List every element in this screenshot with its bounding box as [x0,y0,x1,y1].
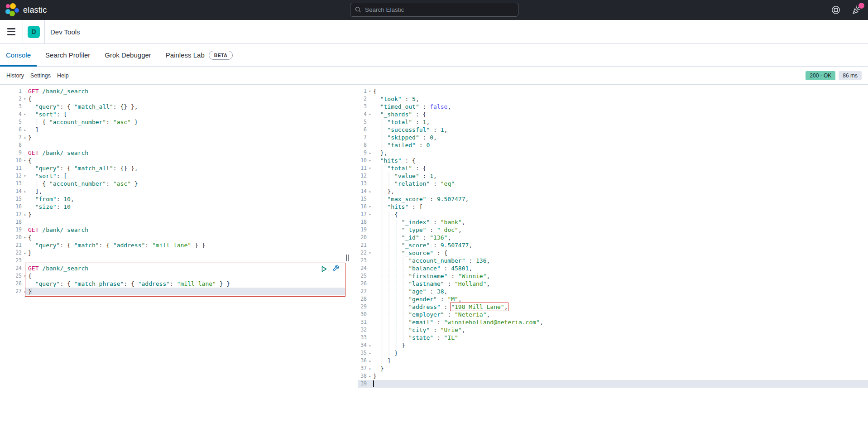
code-line[interactable]: 20 │ │ │ "_id" : "136", [358,234,868,241]
help-icon[interactable] [831,5,841,15]
history-menu[interactable]: History [3,72,27,79]
code-line[interactable]: 32 │ │ │ │ "city" : "Urie", [358,326,868,334]
search-input[interactable] [365,6,513,13]
code-line[interactable]: 20▾{ [0,234,348,241]
help-menu[interactable]: Help [54,72,72,79]
fold-arrow-icon[interactable]: ▴ [22,211,28,218]
code-line[interactable]: 2▾{ [0,95,348,103]
code-line[interactable]: 26 "query": { "match_phrase": { "address… [0,280,348,288]
fold-arrow-icon[interactable]: ▾ [367,211,373,218]
response-output-panel[interactable]: 1▾{2 "took" : 5,3 "timed_out" : false,4▾… [358,85,868,423]
code-line[interactable]: 24GET /bank/_search [0,264,348,272]
request-editor-panel[interactable]: 1GET /bank/_search2▾{3 "query": { "match… [0,85,348,423]
code-line[interactable]: 39 [358,380,868,388]
fold-arrow-icon[interactable]: ▴ [367,187,373,195]
code-line[interactable]: 15 │ "max_score" : 9.507477, [358,195,868,203]
code-line[interactable]: 14▴ ], [0,187,348,195]
code-line[interactable]: 12▾ "sort": [ [0,172,348,180]
fold-arrow-icon[interactable]: ▾ [367,157,373,164]
code-line[interactable]: 11 "query": { "match_all": {} }, [0,164,348,172]
code-line[interactable]: 3 "query": { "match_all": {} }, [0,103,348,111]
tab-painless-lab[interactable]: Painless Lab BETA [160,44,239,66]
code-line[interactable]: 2 "took" : 5, [358,95,868,103]
elastic-brand[interactable]: elastic [5,0,47,20]
code-line[interactable]: 7 │ "skipped" : 0, [358,134,868,141]
code-line[interactable]: 11▾ │ "total" : { [358,164,868,172]
fold-arrow-icon[interactable]: ▾ [367,111,373,118]
code-line[interactable]: 30 │ │ │ │ "employer" : "Neteria", [358,311,868,318]
fold-arrow-icon[interactable]: ▴ [22,249,28,257]
fold-arrow-icon[interactable]: ▴ [367,349,373,357]
code-line[interactable]: 18 │ │ │ "_index" : "bank", [358,218,868,226]
code-line[interactable]: 28 │ │ │ │ "gender" : "M", [358,295,868,303]
code-line[interactable]: 4▾ "sort": [ [0,111,348,118]
code-line[interactable]: 33 │ │ │ │ "state" : "IL" [358,334,868,341]
fold-arrow-icon[interactable]: ▴ [367,357,373,365]
code-line[interactable]: 25 │ │ │ │ "firstname" : "Winnie", [358,272,868,280]
code-line[interactable]: 10▾{ [0,157,348,164]
code-line[interactable]: 23 [0,257,348,264]
code-line[interactable]: 9▴ }, [358,149,868,157]
code-line[interactable]: 23 │ │ │ │ "account_number" : 136, [358,257,868,264]
code-line[interactable]: 17▾ │ │ { [358,211,868,218]
code-line[interactable]: 8 │ "failed" : 0 [358,141,868,149]
code-line[interactable]: 6 │ "successful" : 1, [358,126,868,134]
fold-arrow-icon[interactable]: ▴ [22,288,28,295]
code-line[interactable]: 19GET /bank/_search [0,226,348,234]
code-line[interactable]: 35▴ │ │ } [358,349,868,357]
fold-arrow-icon[interactable]: ▾ [22,157,28,164]
code-line[interactable]: 27 │ │ │ │ "age" : 38, [358,288,868,295]
code-line[interactable]: 5 │ { "account_number": "asc" } [0,118,348,126]
code-line[interactable]: 22▴} [0,249,348,257]
fold-arrow-icon[interactable]: ▾ [22,111,28,118]
fold-arrow-icon[interactable]: ▾ [22,95,28,103]
code-line[interactable]: 21 "query": { "match": { "address": "mil… [0,241,348,249]
fold-arrow-icon[interactable]: ▾ [22,272,28,280]
code-line[interactable]: 3 "timed_out" : false, [358,103,868,111]
code-line[interactable]: 4▾ "_shards" : { [358,111,868,118]
code-line[interactable]: 37▴ } [358,365,868,372]
fold-arrow-icon[interactable]: ▾ [22,234,28,241]
global-search[interactable] [350,3,518,17]
code-line[interactable]: 24 │ │ │ │ "balance" : 45801, [358,264,868,272]
code-line[interactable]: 38▴} [358,372,868,380]
code-line[interactable]: 10▾ "hits" : { [358,157,868,164]
code-line[interactable]: 17▴} [0,211,348,218]
announcements-icon[interactable] [852,5,862,15]
fold-arrow-icon[interactable]: ▾ [22,172,28,180]
code-line[interactable]: 34▴ │ │ │ } [358,341,868,349]
code-line[interactable]: 5 │ "total" : 1, [358,118,868,126]
code-line[interactable]: 19 │ │ │ "_type" : "_doc", [358,226,868,234]
tab-search-profiler[interactable]: Search Profiler [39,44,96,66]
fold-arrow-icon[interactable]: ▴ [22,187,28,195]
panel-resize-handle[interactable] [345,255,350,262]
fold-arrow-icon[interactable]: ▴ [367,341,373,349]
fold-arrow-icon[interactable]: ▾ [367,203,373,211]
settings-menu[interactable]: Settings [27,72,54,79]
fold-arrow-icon[interactable]: ▴ [22,126,28,134]
code-line[interactable]: 13 │ │ "relation" : "eq" [358,180,868,187]
fold-arrow-icon[interactable]: ▴ [367,365,373,372]
fold-arrow-icon[interactable]: ▾ [367,249,373,257]
code-line[interactable]: 7▴} [0,134,348,141]
code-line[interactable]: 13 │ { "account_number": "asc" } [0,180,348,187]
code-line[interactable]: 12 │ │ "value" : 1, [358,172,868,180]
fold-arrow-icon[interactable]: ▾ [367,164,373,172]
code-line[interactable]: 36▴ │ ] [358,357,868,365]
fold-arrow-icon[interactable]: ▴ [367,372,373,380]
fold-arrow-icon[interactable]: ▾ [367,87,373,95]
code-line[interactable]: 31 │ │ │ │ "email" : "winnieholland@nete… [358,318,868,326]
code-line[interactable]: 21 │ │ │ "_score" : 9.507477, [358,241,868,249]
tab-console[interactable]: Console [0,44,37,66]
code-line[interactable]: 14▴ │ }, [358,187,868,195]
code-line[interactable]: 16 "size": 10 [0,203,348,211]
code-line[interactable]: 16▾ │ "hits" : [ [358,203,868,211]
code-line[interactable]: 22▾ │ │ │ "_source" : { [358,249,868,257]
code-line[interactable]: 9GET /bank/_search [0,149,348,157]
tab-grok-debugger[interactable]: Grok Debugger [99,44,157,66]
dev-tools-app-icon[interactable]: D [28,26,40,38]
code-line[interactable]: 1▾{ [358,87,868,95]
request-options-button[interactable] [332,265,340,273]
code-line[interactable]: 27▴} [0,288,348,295]
menu-toggle-button[interactable] [0,20,23,43]
